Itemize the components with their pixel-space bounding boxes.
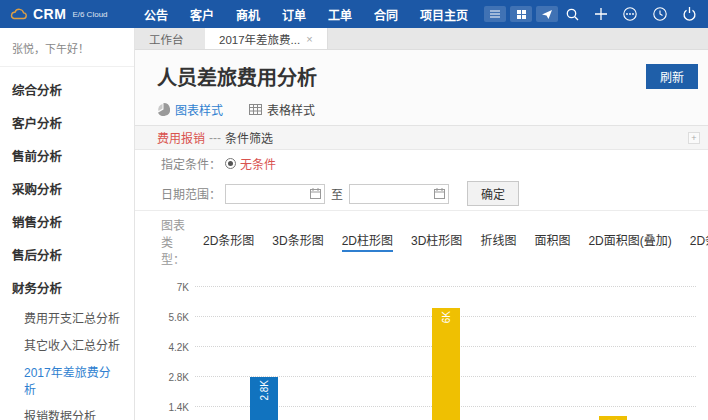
close-tab-icon[interactable]: ×: [306, 33, 312, 45]
title-bar: 人员差旅费用分析 刷新: [135, 50, 708, 99]
tab-strip: 工作台2017年差旅费...×: [135, 28, 708, 50]
tab-label: 工作台: [149, 31, 184, 47]
chart-type-list: 2D条形图3D条形图2D柱形图3D柱形图折线图面积图2D面积图(叠加)2D条形图…: [203, 231, 708, 252]
tab-label: 2017年差旅费...: [219, 31, 300, 47]
bar[interactable]: 2.8K: [250, 377, 278, 420]
filter-title: 费用报销: [157, 129, 205, 146]
y-tick-label: 7K: [177, 282, 195, 293]
condition-label: 指定条件：: [161, 155, 225, 172]
sidebar-subitem-0[interactable]: 费用开支汇总分析: [0, 304, 134, 331]
app-window: CRM E/6 Cloud 公告客户商机订单工单合同项目主页: [0, 0, 708, 420]
calendar-icon: [310, 188, 321, 199]
hamburger-menu-icon[interactable]: [484, 6, 506, 22]
sidebar: 张悦，下午好！ 综合分析客户分析售前分析采购分析销售分析售后分析财务分析 费用开…: [0, 28, 135, 420]
topmenu-item-5[interactable]: 合同: [374, 6, 398, 23]
calendar-icon: [434, 188, 445, 199]
chart-type-1[interactable]: 3D条形图: [272, 231, 323, 252]
no-condition-label: 无条件: [240, 155, 276, 172]
topbar-right-icons: [566, 7, 700, 21]
tab-0[interactable]: 工作台: [135, 28, 205, 49]
topmenu-item-0[interactable]: 公告: [144, 6, 168, 23]
sidebar-subitem-3[interactable]: 报销数据分析: [0, 402, 134, 420]
bar[interactable]: 6K: [432, 308, 460, 420]
sidebar-nav: 综合分析客户分析售前分析采购分析销售分析售后分析财务分析: [0, 73, 134, 304]
bar-value-label: 6K: [440, 311, 451, 323]
chart-type-3[interactable]: 3D柱形图: [411, 231, 462, 252]
search-icon[interactable]: [566, 8, 579, 21]
y-tick-label: 1.4K: [168, 402, 195, 413]
date-to-label: 至: [331, 185, 343, 202]
more-icon[interactable]: [623, 7, 637, 21]
collapse-panel-icon[interactable]: +: [688, 132, 700, 144]
brand[interactable]: CRM E/6 Cloud: [10, 6, 138, 22]
bar-chart: 01.4K2.8K4.2K5.6K7K2.8K6K1K: [195, 287, 696, 420]
refresh-button[interactable]: 刷新: [646, 64, 698, 89]
filter-header[interactable]: 费用报销 --- 条件筛选 +: [135, 126, 708, 150]
chart-type-7[interactable]: 2D条形图(叠加): [690, 231, 708, 252]
sidebar-subitem-2[interactable]: 2017年差旅费分析: [0, 358, 134, 402]
power-icon[interactable]: [683, 7, 696, 21]
chart-type-4[interactable]: 折线图: [480, 231, 516, 252]
chart-style-toggle[interactable]: 图表样式: [157, 101, 223, 118]
bar-value-label: 2.8K: [259, 380, 270, 401]
table-icon: [249, 104, 262, 115]
topmenu-item-1[interactable]: 客户: [190, 6, 214, 23]
send-icon[interactable]: [536, 6, 558, 22]
sidebar-item-4[interactable]: 销售分析: [0, 205, 134, 238]
y-tick-label: 4.2K: [168, 342, 195, 353]
sidebar-item-6[interactable]: 财务分析: [0, 271, 134, 304]
chart-type-0[interactable]: 2D条形图: [203, 231, 254, 252]
chart-type-2[interactable]: 2D柱形图: [342, 231, 393, 252]
chart-style-label: 图表样式: [175, 101, 223, 118]
tab-1[interactable]: 2017年差旅费...×: [205, 28, 328, 49]
table-style-toggle[interactable]: 表格样式: [249, 101, 315, 118]
topmenu-item-4[interactable]: 工单: [328, 6, 352, 23]
sidebar-item-0[interactable]: 综合分析: [0, 73, 134, 106]
confirm-button[interactable]: 确定: [467, 181, 519, 206]
pie-chart-icon: [157, 103, 170, 116]
sidebar-item-3[interactable]: 采购分析: [0, 172, 134, 205]
sidebar-item-1[interactable]: 客户分析: [0, 106, 134, 139]
plus-icon[interactable]: [595, 8, 607, 20]
clock-icon[interactable]: [653, 7, 667, 21]
chart-area: 01.4K2.8K4.2K5.6K7K2.8K6K1K 张悦林宇王恩成 8月11…: [135, 271, 708, 420]
sidebar-subnav: 费用开支汇总分析其它收入汇总分析2017年差旅费分析报销数据分析: [0, 304, 134, 420]
sidebar-item-2[interactable]: 售前分析: [0, 139, 134, 172]
bar-group-2: 1K: [529, 287, 696, 420]
report-panel: 费用报销 --- 条件筛选 + 指定条件： 无条件 日期范围： 至: [135, 125, 708, 420]
apps-grid-icon[interactable]: [510, 6, 532, 22]
condition-row: 指定条件： 无条件: [135, 150, 708, 176]
date-range-label: 日期范围：: [161, 185, 225, 202]
no-condition-radio[interactable]: [225, 158, 236, 169]
bar-group-0: 2.8K: [195, 287, 362, 420]
bar-group-1: 6K: [362, 287, 529, 420]
y-tick-label: 5.6K: [168, 312, 195, 323]
topbar-tools: [484, 6, 558, 22]
y-tick-label: 2.8K: [168, 372, 195, 383]
filter-separator: ---: [209, 131, 221, 145]
greeting: 张悦，下午好！: [0, 36, 134, 67]
sidebar-subitem-1[interactable]: 其它收入汇总分析: [0, 331, 134, 358]
date-end-input[interactable]: [349, 184, 449, 204]
chart-type-5[interactable]: 面积图: [534, 231, 570, 252]
page-title: 人员差旅费用分析: [157, 62, 317, 91]
chart-type-6[interactable]: 2D面积图(叠加): [588, 231, 671, 252]
chart-type-row: 图表类型： 2D条形图3D条形图2D柱形图3D柱形图折线图面积图2D面积图(叠加…: [135, 210, 708, 271]
top-menu: 公告客户商机订单工单合同项目主页: [144, 6, 468, 23]
date-start-input[interactable]: [225, 184, 325, 204]
plot-columns: 2.8K6K1K: [195, 287, 696, 420]
brand-name: CRM: [33, 6, 66, 22]
view-modes: 图表样式 表格样式: [135, 99, 708, 125]
topmenu-item-3[interactable]: 订单: [282, 6, 306, 23]
bar[interactable]: 1K: [599, 416, 627, 420]
chart-type-label: 图表类型：: [161, 216, 185, 267]
cloud-logo-icon: [10, 8, 27, 20]
topmenu-item-6[interactable]: 项目主页: [420, 6, 468, 23]
date-range-row: 日期范围： 至 确定: [135, 176, 708, 210]
sidebar-item-5[interactable]: 售后分析: [0, 238, 134, 271]
topbar: CRM E/6 Cloud 公告客户商机订单工单合同项目主页: [0, 0, 708, 28]
table-style-label: 表格样式: [267, 101, 315, 118]
topmenu-item-2[interactable]: 商机: [236, 6, 260, 23]
filter-subtitle: 条件筛选: [225, 129, 273, 146]
brand-suffix: E/6 Cloud: [72, 10, 107, 19]
